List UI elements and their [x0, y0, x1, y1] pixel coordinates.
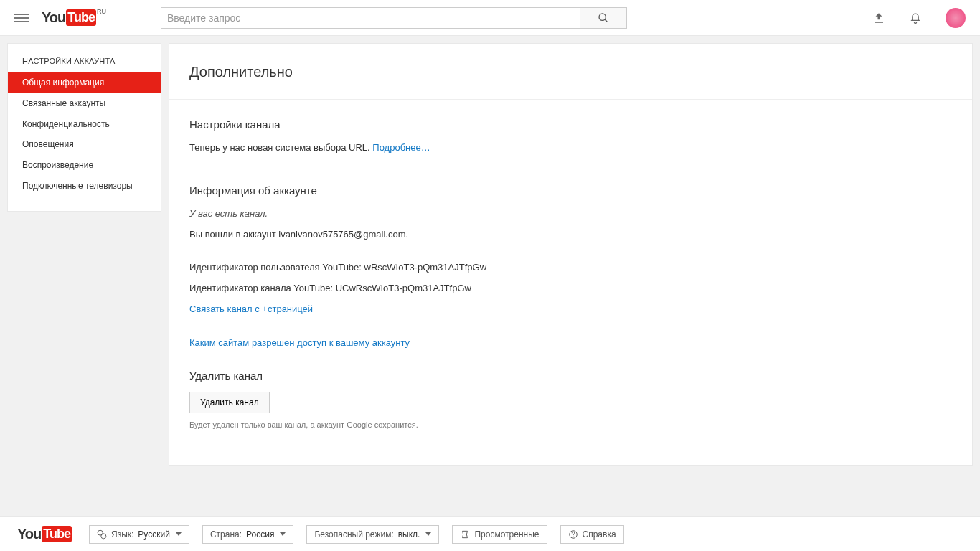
app-footer: You Tube Язык: Русский Страна: Россия Бе… — [0, 516, 980, 551]
youtube-channel-id: Идентификатор канала YouTube: UCwRscWIoT… — [189, 281, 952, 296]
notifications-icon[interactable] — [908, 11, 923, 25]
country-value: Россия — [246, 529, 274, 540]
search-input[interactable] — [161, 7, 580, 29]
sidebar-item[interactable]: Воспроизведение — [8, 155, 161, 176]
watch-history-button[interactable]: Просмотренные — [452, 525, 547, 544]
divider — [169, 99, 972, 100]
svg-line-1 — [605, 19, 607, 22]
learn-more-link[interactable]: Подробнее… — [372, 142, 430, 153]
country-picker[interactable]: Страна: Россия — [202, 525, 294, 544]
globe-icon — [97, 529, 107, 540]
chevron-down-icon — [176, 532, 182, 536]
safety-mode-picker[interactable]: Безопасный режим: выкл. — [306, 525, 439, 544]
sidebar-item[interactable]: Подключенные телевизоры — [8, 176, 161, 197]
menu-icon[interactable] — [14, 11, 29, 24]
section-channel-settings: Настройки канала — [189, 118, 952, 131]
page-title: Дополнительно — [189, 64, 952, 80]
delete-channel-note: Будет удален только ваш канал, а аккаунт… — [189, 420, 952, 429]
help-label: Справка — [583, 529, 616, 540]
safety-label: Безопасный режим: — [314, 529, 393, 540]
svg-point-3 — [101, 533, 106, 538]
sidebar-item[interactable]: Общая информация — [8, 72, 161, 93]
sidebar-item[interactable]: Оповещения — [8, 134, 161, 155]
youtube-logo[interactable]: You Tube RU — [42, 9, 96, 26]
channel-url-note: Теперь у нас новая система выбора URL. — [189, 142, 372, 153]
sidebar-item[interactable]: Конфиденциальность — [8, 114, 161, 135]
svg-point-0 — [599, 14, 606, 20]
search-icon — [598, 12, 609, 24]
sidebar-title: НАСТРОЙКИ АККАУНТА — [8, 44, 161, 72]
history-label: Просмотренные — [474, 529, 539, 540]
footer-logo[interactable]: You Tube — [17, 526, 72, 542]
section-account-info: Информация об аккаунте — [189, 184, 952, 197]
site-access-link[interactable]: Каким сайтам разрешен доступ к вашему ак… — [189, 337, 410, 348]
channel-settings-text: Теперь у нас новая система выбора URL. П… — [189, 141, 952, 156]
safety-value: выкл. — [398, 529, 420, 540]
sidebar-item[interactable]: Связанные аккаунты — [8, 93, 161, 114]
help-button[interactable]: Справка — [560, 525, 624, 544]
chevron-down-icon — [280, 532, 286, 536]
logo-you: You — [42, 9, 65, 26]
language-value: Русский — [138, 529, 170, 540]
search-form — [161, 7, 627, 29]
app-header: You Tube RU — [0, 0, 980, 36]
page-body: НАСТРОЙКИ АККАУНТА Общая информацияСвяза… — [0, 36, 980, 473]
section-delete-channel: Удалить канал — [189, 369, 952, 382]
chevron-down-icon — [425, 532, 431, 536]
header-actions — [872, 8, 966, 28]
history-icon — [460, 529, 470, 540]
youtube-user-id: Идентификатор пользователя YouTube: wRsc… — [189, 260, 952, 276]
language-picker[interactable]: Язык: Русский — [89, 525, 189, 544]
you-have-channel-text: У вас есть канал. — [189, 208, 268, 219]
svg-point-5 — [573, 536, 573, 537]
logged-in-as-text: Вы вошли в аккаунт ivanivanov575765@gmai… — [189, 227, 952, 242]
language-label: Язык: — [111, 529, 133, 540]
logo-region: RU — [97, 8, 106, 15]
logo-tube: Tube — [66, 9, 96, 26]
search-button[interactable] — [580, 7, 627, 29]
avatar[interactable] — [946, 8, 966, 28]
delete-channel-button[interactable]: Удалить канал — [189, 392, 270, 413]
upload-icon[interactable] — [872, 11, 885, 24]
link-plus-page[interactable]: Связать канал с +страницей — [189, 303, 313, 314]
country-label: Страна: — [210, 529, 242, 540]
settings-main-panel: Дополнительно Настройки канала Теперь у … — [169, 43, 973, 466]
help-icon — [568, 529, 578, 540]
settings-sidebar: НАСТРОЙКИ АККАУНТА Общая информацияСвяза… — [7, 43, 161, 212]
